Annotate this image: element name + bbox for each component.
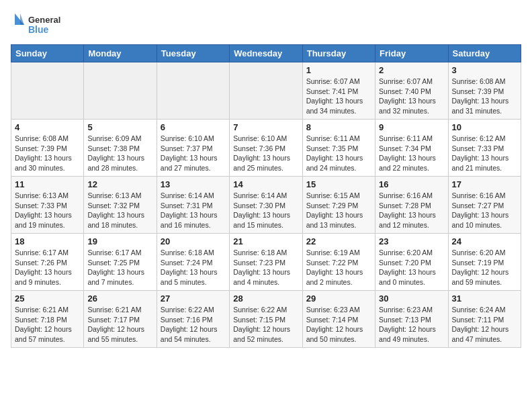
day-number: 25: [15, 293, 80, 304]
calendar-cell: 25Sunrise: 6:21 AM Sunset: 7:18 PM Dayli…: [11, 291, 84, 348]
calendar-cell: 1Sunrise: 6:07 AM Sunset: 7:41 PM Daylig…: [302, 62, 375, 120]
day-info: Sunrise: 6:12 AM Sunset: 7:33 PM Dayligh…: [452, 134, 517, 173]
weekday-header-tuesday: Tuesday: [157, 45, 229, 62]
calendar-cell: 6Sunrise: 6:10 AM Sunset: 7:37 PM Daylig…: [157, 120, 229, 177]
calendar-cell: 18Sunrise: 6:17 AM Sunset: 7:26 PM Dayli…: [11, 234, 84, 291]
calendar-cell: 14Sunrise: 6:14 AM Sunset: 7:30 PM Dayli…: [230, 177, 302, 234]
calendar-cell: 2Sunrise: 6:07 AM Sunset: 7:40 PM Daylig…: [375, 62, 448, 120]
calendar-cell: 10Sunrise: 6:12 AM Sunset: 7:33 PM Dayli…: [448, 120, 521, 177]
day-info: Sunrise: 6:18 AM Sunset: 7:24 PM Dayligh…: [161, 248, 226, 287]
calendar-cell: [84, 62, 157, 120]
day-info: Sunrise: 6:09 AM Sunset: 7:38 PM Dayligh…: [87, 134, 152, 173]
calendar-cell: 5Sunrise: 6:09 AM Sunset: 7:38 PM Daylig…: [84, 120, 157, 177]
day-info: Sunrise: 6:23 AM Sunset: 7:14 PM Dayligh…: [306, 305, 371, 345]
weekday-header-sunday: Sunday: [11, 45, 84, 62]
calendar-cell: [230, 62, 302, 120]
calendar-cell: 8Sunrise: 6:11 AM Sunset: 7:35 PM Daylig…: [302, 120, 375, 177]
day-number: 17: [452, 179, 517, 189]
day-number: 19: [87, 236, 152, 246]
calendar-cell: 20Sunrise: 6:18 AM Sunset: 7:24 PM Dayli…: [157, 234, 229, 291]
day-number: 15: [306, 179, 371, 189]
day-info: Sunrise: 6:22 AM Sunset: 7:16 PM Dayligh…: [161, 305, 226, 345]
day-info: Sunrise: 6:17 AM Sunset: 7:25 PM Dayligh…: [87, 248, 152, 287]
day-number: 2: [379, 65, 444, 75]
calendar-cell: 17Sunrise: 6:16 AM Sunset: 7:27 PM Dayli…: [448, 177, 521, 234]
logo: General Blue: [11, 11, 78, 39]
calendar-week-1: 1Sunrise: 6:07 AM Sunset: 7:41 PM Daylig…: [11, 62, 521, 120]
calendar-cell: 31Sunrise: 6:24 AM Sunset: 7:11 PM Dayli…: [448, 291, 521, 348]
calendar-table: SundayMondayTuesdayWednesdayThursdayFrid…: [11, 44, 521, 348]
day-number: 30: [379, 293, 444, 304]
calendar-cell: 15Sunrise: 6:15 AM Sunset: 7:29 PM Dayli…: [302, 177, 375, 234]
day-number: 29: [306, 293, 371, 304]
calendar-cell: 11Sunrise: 6:13 AM Sunset: 7:33 PM Dayli…: [11, 177, 84, 234]
day-number: 20: [161, 236, 226, 246]
day-info: Sunrise: 6:19 AM Sunset: 7:22 PM Dayligh…: [306, 248, 371, 287]
calendar-week-3: 11Sunrise: 6:13 AM Sunset: 7:33 PM Dayli…: [11, 177, 521, 234]
day-info: Sunrise: 6:11 AM Sunset: 7:34 PM Dayligh…: [379, 134, 444, 173]
day-info: Sunrise: 6:11 AM Sunset: 7:35 PM Dayligh…: [306, 134, 371, 173]
calendar-week-2: 4Sunrise: 6:08 AM Sunset: 7:39 PM Daylig…: [11, 120, 521, 177]
calendar-cell: 13Sunrise: 6:14 AM Sunset: 7:31 PM Dayli…: [157, 177, 229, 234]
calendar-cell: 28Sunrise: 6:22 AM Sunset: 7:15 PM Dayli…: [230, 291, 302, 348]
day-info: Sunrise: 6:13 AM Sunset: 7:32 PM Dayligh…: [87, 191, 152, 230]
day-info: Sunrise: 6:10 AM Sunset: 7:37 PM Dayligh…: [161, 134, 226, 173]
day-number: 13: [161, 179, 226, 189]
day-info: Sunrise: 6:15 AM Sunset: 7:29 PM Dayligh…: [306, 191, 371, 230]
calendar-cell: 22Sunrise: 6:19 AM Sunset: 7:22 PM Dayli…: [302, 234, 375, 291]
day-number: 22: [306, 236, 371, 246]
logo-svg: General Blue: [11, 11, 78, 39]
calendar-cell: 23Sunrise: 6:20 AM Sunset: 7:20 PM Dayli…: [375, 234, 448, 291]
day-info: Sunrise: 6:07 AM Sunset: 7:41 PM Dayligh…: [306, 77, 371, 116]
day-info: Sunrise: 6:20 AM Sunset: 7:20 PM Dayligh…: [379, 248, 444, 287]
day-info: Sunrise: 6:22 AM Sunset: 7:15 PM Dayligh…: [233, 305, 298, 345]
calendar-cell: 16Sunrise: 6:16 AM Sunset: 7:28 PM Dayli…: [375, 177, 448, 234]
day-info: Sunrise: 6:14 AM Sunset: 7:30 PM Dayligh…: [233, 191, 298, 230]
day-number: 5: [87, 122, 152, 132]
day-number: 3: [452, 65, 517, 75]
day-info: Sunrise: 6:24 AM Sunset: 7:11 PM Dayligh…: [452, 305, 517, 345]
calendar-cell: 3Sunrise: 6:08 AM Sunset: 7:39 PM Daylig…: [448, 62, 521, 120]
day-number: 23: [379, 236, 444, 246]
weekday-header-thursday: Thursday: [302, 45, 375, 62]
day-number: 6: [161, 122, 226, 132]
page-header: General Blue: [11, 11, 521, 39]
calendar-body: 1Sunrise: 6:07 AM Sunset: 7:41 PM Daylig…: [11, 62, 521, 348]
calendar-cell: 21Sunrise: 6:18 AM Sunset: 7:23 PM Dayli…: [230, 234, 302, 291]
svg-marker-3: [20, 13, 24, 25]
calendar-cell: 27Sunrise: 6:22 AM Sunset: 7:16 PM Dayli…: [157, 291, 229, 348]
day-number: 18: [15, 236, 80, 246]
weekday-header-row: SundayMondayTuesdayWednesdayThursdayFrid…: [11, 45, 521, 62]
calendar-header: SundayMondayTuesdayWednesdayThursdayFrid…: [11, 45, 521, 62]
calendar-cell: 19Sunrise: 6:17 AM Sunset: 7:25 PM Dayli…: [84, 234, 157, 291]
weekday-header-saturday: Saturday: [448, 45, 521, 62]
calendar-cell: 9Sunrise: 6:11 AM Sunset: 7:34 PM Daylig…: [375, 120, 448, 177]
day-info: Sunrise: 6:21 AM Sunset: 7:17 PM Dayligh…: [87, 305, 152, 345]
calendar-cell: 26Sunrise: 6:21 AM Sunset: 7:17 PM Dayli…: [84, 291, 157, 348]
calendar-cell: 7Sunrise: 6:10 AM Sunset: 7:36 PM Daylig…: [230, 120, 302, 177]
day-number: 12: [87, 179, 152, 189]
day-number: 9: [379, 122, 444, 132]
day-number: 27: [161, 293, 226, 304]
day-number: 11: [15, 179, 80, 189]
day-number: 10: [452, 122, 517, 132]
weekday-header-wednesday: Wednesday: [230, 45, 302, 62]
calendar-cell: 4Sunrise: 6:08 AM Sunset: 7:39 PM Daylig…: [11, 120, 84, 177]
day-info: Sunrise: 6:16 AM Sunset: 7:27 PM Dayligh…: [452, 191, 517, 230]
calendar-cell: 29Sunrise: 6:23 AM Sunset: 7:14 PM Dayli…: [302, 291, 375, 348]
day-number: 21: [233, 236, 298, 246]
day-info: Sunrise: 6:07 AM Sunset: 7:40 PM Dayligh…: [379, 77, 444, 116]
day-info: Sunrise: 6:23 AM Sunset: 7:13 PM Dayligh…: [379, 305, 444, 345]
day-number: 14: [233, 179, 298, 189]
day-info: Sunrise: 6:20 AM Sunset: 7:19 PM Dayligh…: [452, 248, 517, 287]
day-info: Sunrise: 6:17 AM Sunset: 7:26 PM Dayligh…: [15, 248, 80, 287]
day-info: Sunrise: 6:08 AM Sunset: 7:39 PM Dayligh…: [15, 134, 80, 173]
day-number: 8: [306, 122, 371, 132]
calendar-cell: 30Sunrise: 6:23 AM Sunset: 7:13 PM Dayli…: [375, 291, 448, 348]
day-number: 26: [87, 293, 152, 304]
calendar-cell: 12Sunrise: 6:13 AM Sunset: 7:32 PM Dayli…: [84, 177, 157, 234]
calendar-cell: 24Sunrise: 6:20 AM Sunset: 7:19 PM Dayli…: [448, 234, 521, 291]
day-number: 24: [452, 236, 517, 246]
day-number: 1: [306, 65, 371, 75]
day-number: 28: [233, 293, 298, 304]
